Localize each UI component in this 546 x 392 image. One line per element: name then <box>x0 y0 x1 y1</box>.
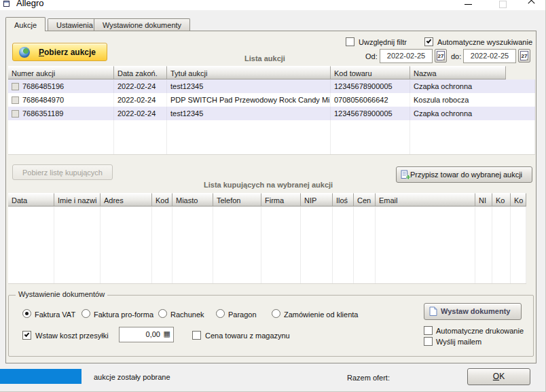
column-header[interactable]: Cen <box>354 193 376 207</box>
progress-bar <box>0 369 81 384</box>
allegro-window: Allegro Aukcje Ustawienia Wystawione dok… <box>0 0 546 392</box>
date-to-label: do: <box>451 52 461 60</box>
minimize-icon[interactable] <box>458 0 478 10</box>
check-icon <box>24 332 30 337</box>
shipping-cost-input[interactable]: 0,00 ▦ <box>119 327 174 342</box>
radio-faktura-pro-forma[interactable] <box>81 309 90 318</box>
tab-label: Wystawione dokumenty <box>103 21 181 29</box>
column-header-filler <box>506 66 535 79</box>
warehouse-price-checkbox[interactable] <box>192 331 201 340</box>
column-header[interactable]: Ko <box>492 193 511 207</box>
include-filter-label: Uwzględnij filtr <box>359 38 407 46</box>
document-add-icon <box>401 170 411 180</box>
send-mail-checkbox[interactable] <box>424 337 433 346</box>
product-name: Czapka ochronna <box>410 79 535 93</box>
shipping-cost-label: Wstaw koszt przesyłki <box>35 332 109 340</box>
column-header[interactable]: Imie i nazwi <box>54 193 101 207</box>
tab-wystawione-dokumenty[interactable]: Wystawione dokumenty <box>94 18 190 31</box>
assign-product-button[interactable]: Przypisz towar do wybranej aukcji <box>396 166 532 183</box>
fetch-buyers-button[interactable]: Pobierz listę kupujących <box>12 164 113 180</box>
fetch-auctions-button[interactable]: Pobierz aukcje <box>12 43 107 61</box>
column-header[interactable]: Nazwa <box>410 66 506 79</box>
documents-group-title: Wystawienie dokumentów <box>16 290 107 298</box>
calendar-icon: 27 <box>437 51 445 60</box>
shipping-cost-checkbox[interactable] <box>22 331 31 340</box>
column-header[interactable]: Adres <box>101 193 152 207</box>
auction-end-date: 2022-02-24 <box>114 107 167 120</box>
send-mail-label: Wyślij mailem <box>436 338 481 346</box>
tab-label: Aukcje <box>14 21 37 29</box>
ok-button[interactable]: OK <box>467 368 530 385</box>
row-checkbox[interactable] <box>12 83 19 90</box>
buyers-table-empty-area <box>8 207 526 284</box>
column-header[interactable]: Telefon <box>213 193 261 207</box>
column-header[interactable]: Iloś <box>333 193 354 207</box>
calculator-icon[interactable]: ▦ <box>164 329 170 338</box>
auction-row[interactable]: 7686351189 2022-02-24 test12345 12345678… <box>8 107 535 120</box>
column-header[interactable]: Kod <box>152 193 172 207</box>
assign-product-label: Przypisz towar do wybranej aukcji <box>410 171 522 179</box>
auctions-table-empty-area <box>8 120 535 155</box>
radio-rachunek-label: Rachunek <box>170 310 204 319</box>
column-header[interactable]: Email <box>376 193 475 207</box>
radio-zamowienie-od-klienta[interactable] <box>272 309 280 318</box>
title-bar: Allegro <box>0 0 546 10</box>
column-header[interactable]: Data <box>8 193 54 207</box>
document-icon <box>429 306 438 317</box>
column-header[interactable]: Ko <box>511 193 526 207</box>
tab-aukcje[interactable]: Aukcje <box>5 17 46 31</box>
column-header[interactable]: NIP <box>301 193 333 207</box>
product-name: Koszula robocza <box>410 93 535 107</box>
shipping-cost-value: 0,00 <box>146 330 160 338</box>
calendar-icon: 27 <box>520 51 528 60</box>
auction-number: 7686485196 <box>22 82 64 90</box>
column-header[interactable]: Tytuł aukcji <box>167 66 331 79</box>
application-icon <box>3 1 10 7</box>
column-header[interactable]: Numer aukcji <box>8 66 114 79</box>
radio-paragon-label: Paragon <box>228 310 257 319</box>
auction-row[interactable]: 7686484970 2022-02-24 PDP SWITCH Pad Prz… <box>8 93 535 107</box>
column-header[interactable]: Firma <box>261 193 301 207</box>
date-to-calendar-button[interactable]: 27 <box>518 49 530 63</box>
column-header[interactable]: Kod towaru <box>331 66 410 79</box>
include-filter-checkbox[interactable] <box>346 37 354 46</box>
buyers-table-header: Data Imie i nazwi Adres Kod Miasto Telef… <box>8 193 526 207</box>
issue-documents-button[interactable]: Wystaw dokumenty <box>424 303 522 320</box>
row-checkbox[interactable] <box>12 96 19 104</box>
column-header[interactable]: Data zakoń. <box>114 66 167 79</box>
auto-print-label: Automatyczne drukowanie <box>436 327 524 335</box>
date-from-calendar-button[interactable]: 27 <box>435 49 447 63</box>
auction-title: test12345 <box>167 79 331 93</box>
product-name: Czapka ochronna <box>410 107 535 120</box>
status-message: aukcje zostały pobrane <box>94 373 170 381</box>
auction-end-date: 2022-02-24 <box>114 93 167 107</box>
product-code: 12345678900005 <box>331 79 410 93</box>
issue-documents-label: Wystaw dokumenty <box>441 307 511 315</box>
column-header[interactable]: Miasto <box>172 193 213 207</box>
radio-rachunek[interactable] <box>158 309 167 318</box>
auto-search-checkbox[interactable] <box>424 37 433 46</box>
radio-dot-icon <box>25 312 29 315</box>
radio-faktura-vat-label: Faktura VAT <box>35 310 75 319</box>
auctions-table-header: Numer aukcji Data zakoń. Tytuł aukcji Ko… <box>8 66 535 79</box>
auto-print-checkbox[interactable] <box>424 326 433 335</box>
warehouse-price-label: Cena towaru z magazynu <box>205 332 290 340</box>
auction-title: PDP SWITCH Pad Przewodowy Rock Candy Mi <box>167 93 331 107</box>
radio-paragon[interactable] <box>216 309 225 318</box>
row-checkbox[interactable] <box>12 110 19 118</box>
total-offers-label: Razem ofert: <box>347 374 390 382</box>
auctions-table: Numer aukcji Data zakoń. Tytuł aukcji Ko… <box>8 66 535 155</box>
auction-end-date: 2022-02-24 <box>114 79 167 93</box>
ok-label: OK <box>493 372 505 381</box>
date-from-input[interactable]: 2022-02-25 <box>380 49 433 63</box>
auction-row[interactable]: 7686485196 2022-02-24 test12345 12345678… <box>8 79 535 93</box>
column-header[interactable]: NI <box>475 193 492 207</box>
product-code: 12345678900005 <box>331 107 410 120</box>
auctions-list-title: Lista aukcji <box>244 54 285 63</box>
date-to-input[interactable]: 2022-02-25 <box>463 49 516 63</box>
auction-title: test12345 <box>167 107 331 120</box>
buyers-table: Data Imie i nazwi Adres Kod Miasto Telef… <box>8 193 526 284</box>
radio-faktura-vat[interactable] <box>22 309 31 318</box>
close-icon[interactable] <box>520 0 541 10</box>
maximize-icon[interactable] <box>492 0 512 10</box>
